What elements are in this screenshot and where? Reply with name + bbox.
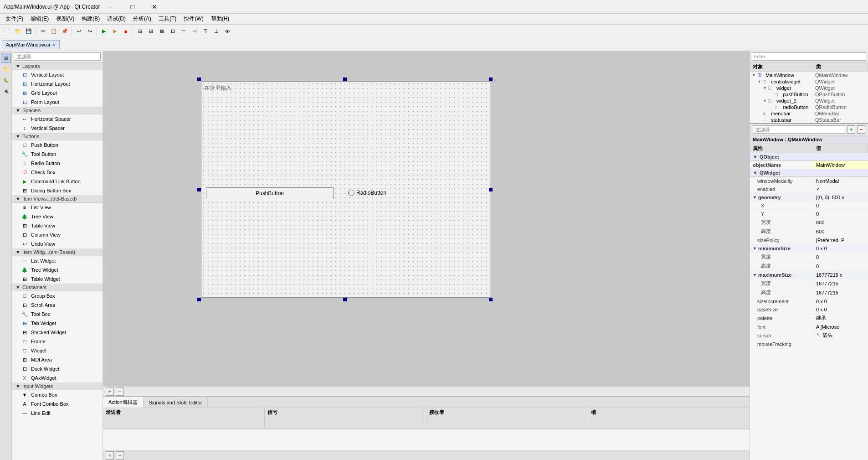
tab-action-editor[interactable]: Action编辑器 [103,397,144,408]
radiobutton-widget[interactable]: RadioButton [348,190,386,196]
resize-handle-top-center[interactable] [343,78,347,81]
tab-signals-slots[interactable]: Signals and Slots Editor [144,397,208,408]
align-left-button[interactable]: ⊣ [190,26,200,36]
tree-item-widget[interactable]: ▼ □ widget QWidget [750,85,868,91]
form-canvas[interactable]: 在这里输入 PushButton RadioButton [201,81,490,298]
layout-form-button[interactable]: ⊡ [168,26,178,36]
remove-action-button[interactable]: − [116,388,124,396]
prop-font-value[interactable]: A [Microso [813,323,868,331]
menu-file[interactable]: 文件(F) [2,14,27,25]
widget-list-widget[interactable]: ≡ List Widget [12,256,103,265]
resize-handle-bottom-left[interactable] [197,298,201,301]
widget-grid-layout[interactable]: ⊠ Grid Layout [12,88,103,98]
menu-view[interactable]: 视图(V) [52,14,78,25]
widget-dock-widget[interactable]: ⊟ Dock Widget [12,364,103,373]
widget-stacked-widget[interactable]: ⊟ Stacked Widget [12,328,103,337]
prop-maxheight-value[interactable]: 16777215 [813,288,868,297]
close-button[interactable]: ✕ [144,0,165,13]
remove-prop-button[interactable]: − [857,125,865,134]
run-button[interactable]: ▶ [99,26,109,36]
section-input-widgets[interactable]: ▼ Input Widgets [12,382,103,390]
menu-analyze[interactable]: 分析(A) [129,14,155,25]
menu-tools[interactable]: 工具(T) [155,14,180,25]
tree-item-widget2[interactable]: ▼ □ widget_2 QWidget [750,98,868,104]
prop-sizeincrement-value[interactable]: 0 x 0 [813,297,868,305]
menu-debug[interactable]: 调试(D) [103,14,129,25]
canvas-area[interactable]: 在这里输入 PushButton RadioButton [103,51,750,396]
vtab-design[interactable]: ⊞ [1,53,11,63]
new-button[interactable]: 📄 [2,26,12,36]
prop-objectname-value[interactable]: MainWindow [813,161,868,169]
paste-button[interactable]: 📌 [60,26,70,36]
minimize-button[interactable]: ─ [100,0,121,13]
prop-basesize-value[interactable]: 0 x 0 [813,305,868,313]
section-spacers[interactable]: ▼ Spacers [12,107,103,114]
prop-sizepolicy-value[interactable]: [Preferred, P [813,236,868,244]
widget-qax-widget[interactable]: X QAxWidget [12,373,103,382]
widget-vertical-spacer[interactable]: ↕ Vertical Spacer [12,124,103,133]
layout-v-button[interactable]: ⊞ [146,26,156,36]
layout-break-button[interactable]: ⊢ [179,26,189,36]
tree-item-mainwindow[interactable]: ▼ ⊞ MainWindow QMainWindow [750,72,868,78]
widget-table-view[interactable]: ⊞ Table View [12,221,103,230]
resize-handle-mid-left[interactable] [197,188,201,191]
file-tab[interactable]: App/MainWindow.ui ✕ [2,40,60,49]
open-button[interactable]: 📁 [13,26,23,36]
tree-item-statusbar[interactable]: ─ statusbar QStatusBar [750,117,868,123]
widget-push-button[interactable]: □ Push Button [12,140,103,150]
widget-column-view[interactable]: ⊟ Column View [12,230,103,239]
widget-list-view[interactable]: ≡ List View [12,203,103,212]
widget-command-link-button[interactable]: ▶ Command Link Button [12,177,103,186]
prop-y-value[interactable]: 0 [813,210,868,217]
file-tab-close[interactable]: ✕ [52,42,56,47]
prop-mousetracking-value[interactable] [813,340,868,348]
prop-minimumsize-value[interactable]: 0 x 0 [813,244,868,252]
prop-maxwidth-value[interactable]: 16777215 [813,279,868,288]
widget-mdi-area[interactable]: ⊞ MDI Area [12,355,103,364]
align-top-button[interactable]: ⊥ [211,26,221,36]
redo-button[interactable]: ↪ [85,26,95,36]
resize-handle-top-right[interactable] [489,78,493,81]
widget-line-edit[interactable]: — Line Edit [12,408,103,418]
widget-tree-view[interactable]: 🌲 Tree View [12,212,103,221]
stop-button[interactable]: ■ [121,26,131,36]
widget-horizontal-spacer[interactable]: ↔ Horizontal Spacer [12,114,103,124]
widget-dialog-button-box[interactable]: ⊞ Dialog Button Box [12,186,103,195]
widget-combo-box[interactable]: ▼ Combo Box [12,390,103,399]
widget-horizontal-layout[interactable]: ⊞ Horizontal Layout [12,79,103,88]
remove-connection-button[interactable]: − [116,451,124,460]
widget-scroll-area[interactable]: ⊡ Scroll Area [12,300,103,310]
prop-windowmodality-value[interactable]: NonModal [813,177,868,185]
tree-item-menubar[interactable]: ≡ menubar QMenuBar [750,110,868,117]
prop-minheight-value[interactable]: 0 [813,262,868,270]
prop-palette-value[interactable]: 继承 [813,314,868,322]
preview-button[interactable]: 👁 [222,26,232,36]
cut-button[interactable]: ✂ [38,26,48,36]
menu-help[interactable]: 帮助(H) [207,14,233,25]
tree-item-centralwidget[interactable]: ▼ □ centralwidget QWidget [750,78,868,85]
debug-button[interactable]: ▶ [110,26,120,36]
add-action-button[interactable]: + [106,388,114,396]
object-inspector-filter-input[interactable] [752,52,866,61]
vtab-project[interactable]: 📁 [1,64,11,74]
prop-minwidth-value[interactable]: 0 [813,253,868,261]
widget-undo-view[interactable]: ↩ Undo View [12,239,103,248]
section-buttons[interactable]: ▼ Buttons [12,133,103,140]
resize-handle-mid-right[interactable] [489,188,493,191]
widget-group-box[interactable]: □ Group Box [12,291,103,300]
menu-controls[interactable]: 控件(W) [180,14,207,25]
prop-geometry-value[interactable]: [(0, 0), 800 x [813,193,868,201]
prop-enabled-value[interactable]: ✓ [813,185,868,193]
widget-filter-input[interactable] [14,52,101,61]
widget-form-layout[interactable]: ⊡ Form Layout [12,98,103,107]
vtab-debug[interactable]: 🐛 [1,75,11,85]
prop-height-value[interactable]: 600 [813,227,868,236]
widget-frame[interactable]: □ Frame [12,337,103,346]
resize-handle-bottom-right[interactable] [489,298,493,301]
prop-cursor-value[interactable]: ↖ 箭头 [813,331,868,340]
tree-item-pushbutton[interactable]: □ pushButton QPushButton [750,91,868,98]
section-containers[interactable]: ▼ Containers [12,284,103,291]
prop-maximumsize-value[interactable]: 16777215 x [813,271,868,279]
maximize-button[interactable]: □ [122,0,143,13]
section-layouts[interactable]: ▼ Layouts [12,62,103,70]
